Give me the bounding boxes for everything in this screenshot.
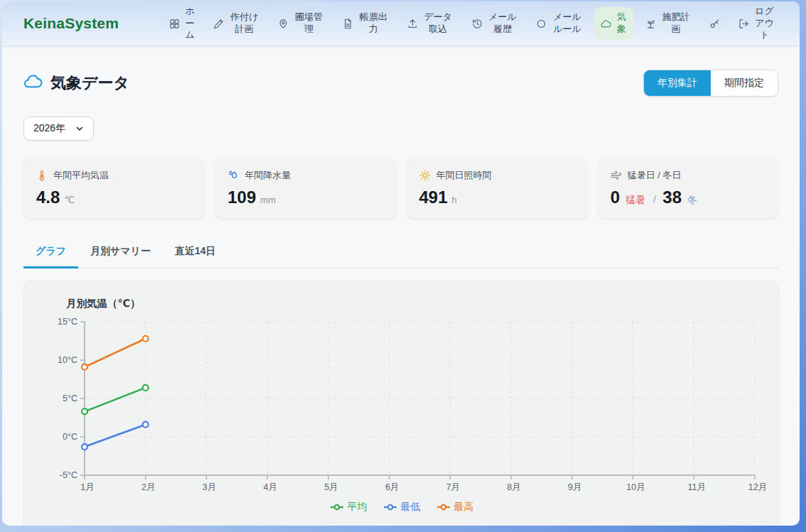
chart-legend: 平均最低最高 xyxy=(39,501,764,514)
stat-value: 0猛暑/38冬 xyxy=(611,188,765,207)
stat-value-part: 38 xyxy=(662,188,682,207)
stat-label: 年間平均気温 xyxy=(53,169,109,182)
nav-item-weather[interactable]: 気象 xyxy=(594,7,633,40)
nav-item-mail-rules[interactable]: メールルール xyxy=(530,7,589,40)
grid-icon xyxy=(169,18,180,29)
legend-label: 最高 xyxy=(454,501,474,514)
legend-item-1[interactable]: 最低 xyxy=(383,501,421,514)
svg-text:0°C: 0°C xyxy=(63,432,77,442)
stat-unit: ℃ xyxy=(64,195,75,205)
stat-unit: mm xyxy=(260,195,276,205)
nav-item-label: 施肥計画 xyxy=(661,11,692,36)
stat-value: 491h xyxy=(419,188,574,207)
nav-item-label: メールルール xyxy=(552,11,582,36)
nav-item-label: 帳票出力 xyxy=(358,11,389,36)
svg-text:5°C: 5°C xyxy=(63,393,77,403)
nav-item-planting[interactable]: 作付け計画 xyxy=(207,7,266,40)
tab-2[interactable]: 直近14日 xyxy=(163,237,228,268)
tab-1[interactable]: 月別サマリー xyxy=(78,237,163,268)
tabs: グラフ月別サマリー直近14日 xyxy=(23,237,778,268)
legend-item-2[interactable]: 最高 xyxy=(436,501,474,514)
wind-icon xyxy=(611,170,622,181)
chart-title: 月別気温（℃） xyxy=(66,297,764,310)
cloud-icon xyxy=(23,72,43,91)
svg-text:11月: 11月 xyxy=(688,482,706,492)
view-toggle-period[interactable]: 期間指定 xyxy=(711,70,778,96)
svg-text:-5°C: -5°C xyxy=(60,470,77,480)
legend-marker-icon xyxy=(383,503,397,511)
svg-text:8月: 8月 xyxy=(507,482,520,492)
circle-icon xyxy=(536,18,547,29)
stat-label: 年間日照時間 xyxy=(436,169,492,182)
thermometer-icon xyxy=(36,170,48,181)
stat-unit: h xyxy=(452,195,457,205)
svg-text:6月: 6月 xyxy=(385,482,399,492)
stat-label-row: 年間日照時間 xyxy=(419,169,574,182)
chevron-down-icon xyxy=(75,124,84,133)
sprout-icon xyxy=(645,18,656,29)
stat-label-row: 年間降水量 xyxy=(227,169,382,182)
svg-text:9月: 9月 xyxy=(568,482,581,492)
stat-value-part: 猛暑 xyxy=(625,194,645,207)
svg-text:3月: 3月 xyxy=(203,482,216,492)
legend-marker-icon xyxy=(436,503,451,511)
brand-logo[interactable]: KeinaSystem xyxy=(23,15,119,32)
stat-label-row: 猛暑日 / 冬日 xyxy=(611,169,765,182)
stat-label-row: 年間平均気温 xyxy=(36,169,191,182)
stat-value: 4.8℃ xyxy=(36,188,191,207)
top-nav: KeinaSystem ホーム作付け計画圃場管理帳票出力データ取込メール履歴メー… xyxy=(2,1,800,45)
nav-item-password[interactable] xyxy=(703,14,726,33)
view-toggle: 年別集計期間指定 xyxy=(643,70,778,97)
monthly-temperature-chart: 15°C10°C5°C0°C-5°C1月2月3月4月5月6月7月8月9月10月1… xyxy=(39,313,764,499)
history-icon xyxy=(472,18,483,29)
title-row: 気象データ 年別集計期間指定 xyxy=(23,70,778,97)
stat-label: 猛暑日 / 冬日 xyxy=(628,169,682,182)
svg-text:5月: 5月 xyxy=(324,482,338,492)
svg-text:2月: 2月 xyxy=(141,482,155,492)
svg-text:7月: 7月 xyxy=(446,482,460,492)
upload-icon xyxy=(407,18,418,29)
key-icon xyxy=(709,18,720,29)
nav-item-reports[interactable]: 帳票出力 xyxy=(336,7,395,40)
sun-icon xyxy=(419,170,431,181)
svg-text:10°C: 10°C xyxy=(58,355,77,365)
nav-items: ホーム作付け計画圃場管理帳票出力データ取込メール履歴メールルール気象施肥計画ログ… xyxy=(163,1,781,45)
stat-card-0: 年間平均気温4.8℃ xyxy=(23,158,204,219)
stat-value-part: / xyxy=(653,193,656,205)
chart-svg: 15°C10°C5°C0°C-5°C1月2月3月4月5月6月7月8月9月10月1… xyxy=(39,313,768,496)
stat-value-part: 0 xyxy=(611,188,620,207)
stat-card-1: 年間降水量109mm xyxy=(215,158,395,219)
svg-text:4月: 4月 xyxy=(263,482,276,492)
nav-item-label: 気象 xyxy=(616,11,626,36)
tab-0[interactable]: グラフ xyxy=(23,237,78,268)
app-window: KeinaSystem ホーム作付け計画圃場管理帳票出力データ取込メール履歴メー… xyxy=(2,1,800,526)
chart-card: 月別気温（℃） 15°C10°C5°C0°C-5°C1月2月3月4月5月6月7月… xyxy=(23,280,778,526)
nav-item-home[interactable]: ホーム xyxy=(163,1,201,45)
stat-value: 109mm xyxy=(227,188,382,207)
nav-item-label: 圃場管理 xyxy=(294,11,324,36)
legend-label: 最低 xyxy=(401,501,421,514)
droplets-icon xyxy=(227,170,239,181)
nav-item-label: 作付け計画 xyxy=(229,11,259,36)
nav-item-mail-history[interactable]: メール履歴 xyxy=(466,7,525,40)
nav-item-label: メール履歴 xyxy=(488,11,518,36)
stat-value-part: 冬 xyxy=(687,194,697,207)
svg-text:1月: 1月 xyxy=(80,482,94,492)
nav-item-fields[interactable]: 圃場管理 xyxy=(272,7,331,40)
stats-row: 年間平均気温4.8℃年間降水量109mm年間日照時間491h猛暑日 / 冬日0猛… xyxy=(23,158,778,219)
svg-text:10月: 10月 xyxy=(626,482,645,492)
map-pin-icon xyxy=(278,18,289,29)
page-title-text: 気象データ xyxy=(50,72,129,94)
nav-item-data-import[interactable]: データ取込 xyxy=(401,7,460,40)
nav-item-logout[interactable]: ログアウト xyxy=(732,1,781,45)
view-toggle-yearly[interactable]: 年別集計 xyxy=(644,70,711,96)
stat-label: 年間降水量 xyxy=(245,169,291,182)
cloud-icon xyxy=(601,18,611,29)
year-select-value: 2026年 xyxy=(33,122,65,135)
nav-item-fertilizer[interactable]: 施肥計画 xyxy=(639,7,698,40)
legend-item-0[interactable]: 平均 xyxy=(330,501,367,514)
legend-label: 平均 xyxy=(348,501,367,514)
pencil-icon xyxy=(213,18,224,29)
year-select[interactable]: 2026年 xyxy=(23,116,94,141)
nav-item-label: ログアウト xyxy=(754,6,775,42)
